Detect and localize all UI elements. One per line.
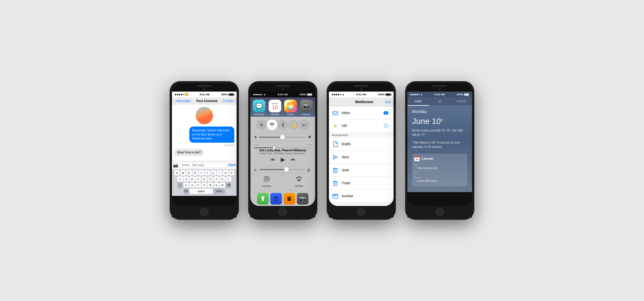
key-k[interactable]: K bbox=[220, 176, 225, 182]
home-bar-2 bbox=[250, 206, 315, 218]
key-m[interactable]: M bbox=[220, 183, 225, 188]
key-w[interactable]: W bbox=[181, 170, 186, 176]
drafts-row[interactable]: Drafts › bbox=[329, 138, 394, 151]
home-button-4[interactable] bbox=[435, 207, 444, 216]
timer-button[interactable]: ⏱ bbox=[270, 193, 282, 205]
prev-button[interactable]: ⏮ bbox=[270, 157, 275, 162]
camera-dot-3 bbox=[360, 88, 362, 90]
sent-icon bbox=[332, 154, 339, 161]
key-a[interactable]: A bbox=[177, 176, 183, 182]
junk-label: Junk bbox=[342, 168, 390, 172]
key-y[interactable]: Y bbox=[205, 170, 210, 176]
key-delete[interactable]: ⌫ bbox=[226, 183, 231, 188]
status-time-mail: 9:41 AM bbox=[356, 93, 366, 96]
message-input-area: 📷 Great... She says Send bbox=[172, 161, 237, 169]
key-d[interactable]: D bbox=[190, 176, 195, 182]
key-q[interactable]: Q bbox=[175, 170, 180, 176]
notifications-screen: ▲ 9:41 AM 100% today all missed Monday bbox=[407, 92, 472, 206]
brightness-slider[interactable] bbox=[259, 137, 306, 138]
dnd-toggle[interactable]: 🌙 bbox=[288, 120, 299, 130]
wifi-icon-3: ▲ bbox=[342, 93, 345, 96]
airdrop-button[interactable]: AirDrop bbox=[250, 173, 283, 190]
quick-camera-button[interactable]: 📷 bbox=[297, 193, 308, 205]
tab-all[interactable]: all bbox=[429, 97, 451, 106]
key-space[interactable]: space bbox=[190, 189, 213, 194]
send-button[interactable]: Send bbox=[229, 163, 235, 167]
key-l[interactable]: L bbox=[226, 176, 231, 182]
sent-row[interactable]: Sent › bbox=[329, 151, 394, 164]
archive-icon bbox=[332, 193, 339, 200]
time-label-11: 11 bbox=[414, 171, 465, 174]
key-t[interactable]: T bbox=[199, 170, 204, 176]
battery-text-notif: 100% bbox=[456, 93, 463, 96]
key-o[interactable]: O bbox=[223, 170, 228, 176]
key-g[interactable]: G bbox=[202, 176, 207, 182]
key-i[interactable]: I bbox=[217, 170, 222, 176]
airplane-toggle[interactable]: ✈ bbox=[256, 120, 267, 130]
key-u[interactable]: U bbox=[211, 170, 216, 176]
key-j[interactable]: J bbox=[214, 176, 219, 182]
key-h[interactable]: H bbox=[208, 176, 213, 182]
edit-button[interactable]: Edit bbox=[385, 100, 391, 104]
key-c[interactable]: C bbox=[196, 183, 201, 188]
key-f[interactable]: F bbox=[196, 176, 201, 182]
calculator-button[interactable]: 🖩 bbox=[284, 193, 295, 205]
status-bar-cc: ▲ 9:41 AM 100% bbox=[250, 92, 315, 97]
app-icon-camera[interactable]: 📷 bbox=[300, 100, 313, 112]
vip-info-icon[interactable]: ⓘ bbox=[384, 123, 388, 129]
wifi-toggle[interactable] bbox=[267, 120, 277, 130]
key-b[interactable]: B bbox=[208, 183, 213, 188]
music-progress-bar[interactable] bbox=[254, 147, 312, 148]
key-e[interactable]: E bbox=[187, 170, 192, 176]
home-button-1[interactable] bbox=[200, 207, 209, 216]
airplay-button[interactable]: AirPlay bbox=[283, 173, 315, 190]
app-icon-calendar[interactable]: MON 10 bbox=[269, 100, 281, 112]
phone-messages: 📶 9:41 AM 100% ‹ Messages Paul Zemanek bbox=[170, 81, 239, 220]
flashlight-button[interactable] bbox=[257, 193, 269, 205]
messages-body: Remember Tasha? She lived on the floor a… bbox=[172, 105, 237, 161]
camera-icon[interactable]: 📷 bbox=[173, 163, 178, 168]
trash-row[interactable]: Trash › bbox=[329, 177, 394, 190]
app-icon-photos[interactable]: 🌅 bbox=[284, 100, 297, 112]
key-r[interactable]: R bbox=[193, 170, 198, 176]
key-x[interactable]: X bbox=[190, 183, 195, 188]
inbox-row[interactable]: Inbox 3 › bbox=[329, 107, 394, 120]
vip-row[interactable]: ★ VIP ⓘ › bbox=[329, 120, 394, 133]
battery-text-mail: 100% bbox=[378, 93, 385, 96]
rotation-toggle[interactable]: ↩ bbox=[299, 120, 309, 130]
airdrop-airplay-row: AirDrop AirPlay bbox=[250, 173, 315, 190]
messages-nav-header: ‹ Messages Paul Zemanek Contact bbox=[172, 97, 237, 105]
inbox-badge: 3 bbox=[383, 111, 388, 115]
key-z[interactable]: Z bbox=[184, 183, 189, 188]
trash-icon bbox=[332, 180, 339, 187]
key-p[interactable]: P bbox=[229, 170, 234, 176]
keyboard: Q W E R T Y U I O P A S D bbox=[172, 169, 237, 196]
app-grid: 💬 Messages MON 10 Calendar 🌅 Photos bbox=[250, 97, 315, 117]
key-n[interactable]: N bbox=[214, 183, 219, 188]
speaker-2 bbox=[276, 85, 290, 87]
home-button-3[interactable] bbox=[357, 207, 366, 216]
compose-button[interactable] bbox=[386, 205, 391, 206]
volume-slider[interactable] bbox=[259, 169, 305, 170]
junk-row[interactable]: Junk › bbox=[329, 164, 394, 177]
tab-today[interactable]: today bbox=[407, 97, 429, 106]
phone-notifications: ▲ 9:41 AM 100% today all missed Monday bbox=[405, 81, 474, 220]
bluetooth-toggle[interactable] bbox=[278, 120, 288, 130]
key-return[interactable]: return bbox=[214, 189, 225, 194]
tab-missed[interactable]: missed bbox=[450, 97, 472, 106]
play-button[interactable]: ▶ bbox=[281, 156, 285, 163]
archive-row[interactable]: Archive › bbox=[329, 190, 394, 203]
sent-chevron: › bbox=[390, 155, 391, 159]
mailboxes-title: Mailboxes bbox=[355, 100, 373, 104]
home-button-2[interactable] bbox=[278, 207, 287, 216]
home-bar-1 bbox=[172, 206, 237, 218]
key-123[interactable]: 123 bbox=[184, 189, 189, 194]
key-v[interactable]: V bbox=[202, 183, 207, 188]
contact-button[interactable]: Contact bbox=[223, 99, 234, 103]
message-text-input[interactable]: Great... She says bbox=[179, 162, 227, 168]
key-shift[interactable]: ⇧ bbox=[177, 183, 183, 188]
app-icon-messages[interactable]: 💬 bbox=[253, 100, 265, 112]
next-button[interactable]: ⏭ bbox=[291, 157, 295, 162]
messages-back-button[interactable]: ‹ Messages bbox=[175, 99, 191, 103]
key-s[interactable]: S bbox=[184, 176, 189, 182]
